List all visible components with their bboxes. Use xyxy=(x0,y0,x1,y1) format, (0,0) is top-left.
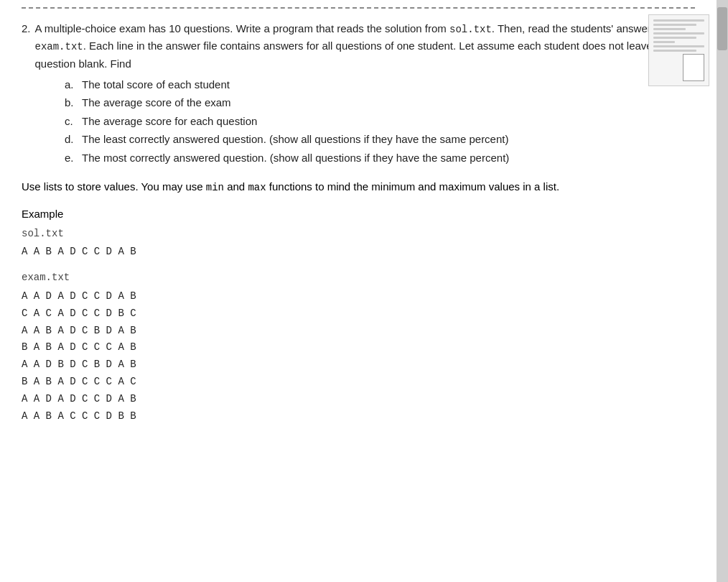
thumb-line xyxy=(653,50,696,52)
section-divider xyxy=(22,7,695,9)
sol-data: A A B A D C C D A B xyxy=(22,244,695,261)
sol-txt-ref: sol.txt xyxy=(449,24,492,35)
max-func-ref: max xyxy=(248,182,266,193)
thumb-line xyxy=(653,37,696,39)
min-func-ref: min xyxy=(206,182,224,193)
scrollbar-thumb[interactable] xyxy=(717,7,727,50)
exam-row-2: A A B A D C B D A B xyxy=(22,323,695,340)
thumb-line xyxy=(653,45,704,47)
sub-list: a. The total score of each student b. Th… xyxy=(65,75,695,167)
sub-item-e: e. The most correctly answered question.… xyxy=(65,149,695,167)
exam-row-4: A A D B D C B D A B xyxy=(22,356,695,374)
sub-text-b: The average score of the exam xyxy=(82,93,695,112)
thumb-line xyxy=(653,32,704,34)
question-intro-text: A multiple-choice exam has 10 questions.… xyxy=(35,20,695,73)
question-number: 2. xyxy=(22,20,31,37)
exam-row-1: C A C A D C C D B C xyxy=(22,305,695,323)
sub-text-d: The least correctly answered question. (… xyxy=(82,130,695,149)
sub-text-c: The average score for each question xyxy=(82,112,695,131)
thumb-line xyxy=(653,28,686,30)
sub-item-a: a. The total score of each student xyxy=(65,75,695,94)
thumb-page xyxy=(683,54,704,81)
sub-letter-a: a. xyxy=(65,75,76,94)
exam-row-3: B A B A D C C C A B xyxy=(22,339,695,356)
use-lists-block: Use lists to store values. You may use m… xyxy=(22,178,695,195)
exam-file-label: exam.txt xyxy=(22,269,695,287)
sub-letter-c: c. xyxy=(65,112,76,131)
sub-item-c: c. The average score for each question xyxy=(65,112,695,131)
exam-txt-ref: exam.txt xyxy=(35,41,83,52)
document-thumbnail xyxy=(648,14,709,86)
sub-letter-d: d. xyxy=(65,130,76,149)
exam-txt-block: exam.txt A A D A D C C D A B C A C A D C… xyxy=(22,269,695,425)
main-content: 2. A multiple-choice exam has 10 questio… xyxy=(0,0,717,582)
sub-item-b: b. The average score of the exam xyxy=(65,93,695,112)
sub-text-a: The total score of each student xyxy=(82,75,695,94)
exam-row-5: B A B A D C C C A C xyxy=(22,374,695,391)
thumb-line xyxy=(653,41,675,43)
sol-file-label: sol.txt xyxy=(22,226,695,243)
sub-text-e: The most correctly answered question. (s… xyxy=(82,149,695,167)
page-container: 2. A multiple-choice exam has 10 questio… xyxy=(0,0,728,582)
sub-letter-e: e. xyxy=(65,149,76,167)
sol-txt-block: sol.txt A A B A D C C D A B xyxy=(22,226,695,262)
question-block: 2. A multiple-choice exam has 10 questio… xyxy=(22,20,695,167)
exam-row-0: A A D A D C C D A B xyxy=(22,288,695,305)
example-label: Example xyxy=(22,208,695,220)
exam-row-6: A A D A D C C D A B xyxy=(22,391,695,408)
exam-row-7: A A B A C C C D B B xyxy=(22,408,695,425)
scrollbar[interactable] xyxy=(717,0,728,582)
thumb-line xyxy=(653,24,696,26)
sub-item-d: d. The least correctly answered question… xyxy=(65,130,695,149)
sub-letter-b: b. xyxy=(65,93,76,112)
question-intro: 2. A multiple-choice exam has 10 questio… xyxy=(22,20,695,73)
thumb-line xyxy=(653,19,704,22)
